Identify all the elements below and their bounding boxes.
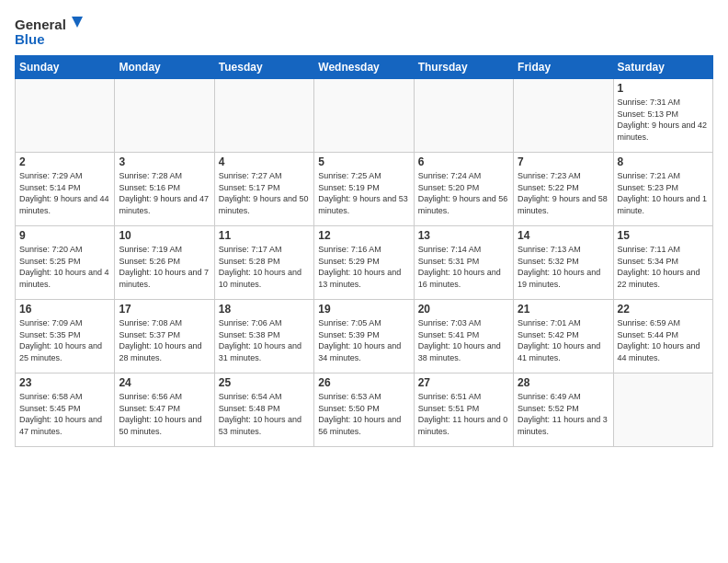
day-info: Sunrise: 7:13 AM Sunset: 5:32 PM Dayligh… (518, 244, 609, 290)
calendar-cell: 7Sunrise: 7:23 AM Sunset: 5:22 PM Daylig… (514, 153, 613, 226)
svg-text:General: General (15, 17, 66, 32)
calendar-cell: 5Sunrise: 7:25 AM Sunset: 5:19 PM Daylig… (314, 153, 414, 226)
day-number: 25 (219, 376, 310, 389)
calendar-cell: 15Sunrise: 7:11 AM Sunset: 5:34 PM Dayli… (613, 226, 712, 300)
day-info: Sunrise: 7:09 AM Sunset: 5:35 PM Dayligh… (19, 317, 110, 363)
day-number: 12 (318, 229, 409, 242)
weekday-header-row: SundayMondayTuesdayWednesdayThursdayFrid… (16, 56, 713, 79)
day-number: 7 (518, 155, 609, 168)
day-info: Sunrise: 7:28 AM Sunset: 5:16 PM Dayligh… (119, 170, 210, 216)
week-row-5: 23Sunrise: 6:58 AM Sunset: 5:45 PM Dayli… (16, 373, 713, 447)
calendar-cell: 6Sunrise: 7:24 AM Sunset: 5:20 PM Daylig… (414, 153, 513, 226)
header: GeneralBlue (15, 15, 713, 48)
calendar-cell: 22Sunrise: 6:59 AM Sunset: 5:44 PM Dayli… (613, 300, 712, 373)
day-info: Sunrise: 7:11 AM Sunset: 5:34 PM Dayligh… (618, 244, 709, 290)
calendar-cell: 12Sunrise: 7:16 AM Sunset: 5:29 PM Dayli… (314, 226, 414, 300)
calendar-cell: 18Sunrise: 7:06 AM Sunset: 5:38 PM Dayli… (214, 300, 313, 373)
calendar-cell (214, 79, 313, 153)
day-info: Sunrise: 7:17 AM Sunset: 5:28 PM Dayligh… (219, 244, 310, 290)
day-number: 1 (618, 82, 709, 95)
day-info: Sunrise: 6:58 AM Sunset: 5:45 PM Dayligh… (19, 391, 110, 437)
day-info: Sunrise: 7:16 AM Sunset: 5:29 PM Dayligh… (318, 244, 409, 290)
calendar-cell: 23Sunrise: 6:58 AM Sunset: 5:45 PM Dayli… (16, 373, 115, 447)
calendar-table: SundayMondayTuesdayWednesdayThursdayFrid… (15, 55, 713, 447)
week-row-2: 2Sunrise: 7:29 AM Sunset: 5:14 PM Daylig… (16, 153, 713, 226)
calendar-cell (514, 79, 613, 153)
day-info: Sunrise: 7:29 AM Sunset: 5:14 PM Dayligh… (19, 170, 110, 216)
calendar-cell: 13Sunrise: 7:14 AM Sunset: 5:31 PM Dayli… (414, 226, 513, 300)
weekday-header-thursday: Thursday (414, 56, 513, 79)
day-info: Sunrise: 6:49 AM Sunset: 5:52 PM Dayligh… (518, 391, 609, 437)
day-number: 19 (318, 303, 409, 316)
day-info: Sunrise: 6:59 AM Sunset: 5:44 PM Dayligh… (618, 317, 709, 363)
day-info: Sunrise: 7:27 AM Sunset: 5:17 PM Dayligh… (219, 170, 310, 216)
calendar-cell: 20Sunrise: 7:03 AM Sunset: 5:41 PM Dayli… (414, 300, 513, 373)
calendar-cell: 2Sunrise: 7:29 AM Sunset: 5:14 PM Daylig… (16, 153, 115, 226)
day-number: 22 (618, 303, 709, 316)
calendar-cell: 3Sunrise: 7:28 AM Sunset: 5:16 PM Daylig… (115, 153, 214, 226)
day-info: Sunrise: 7:23 AM Sunset: 5:22 PM Dayligh… (518, 170, 609, 216)
day-number: 24 (119, 376, 210, 389)
calendar-cell: 16Sunrise: 7:09 AM Sunset: 5:35 PM Dayli… (16, 300, 115, 373)
calendar-cell: 11Sunrise: 7:17 AM Sunset: 5:28 PM Dayli… (214, 226, 313, 300)
day-number: 17 (119, 303, 210, 316)
calendar-cell: 27Sunrise: 6:51 AM Sunset: 5:51 PM Dayli… (414, 373, 513, 447)
day-number: 6 (418, 155, 509, 168)
day-number: 15 (618, 229, 709, 242)
calendar-cell: 10Sunrise: 7:19 AM Sunset: 5:26 PM Dayli… (115, 226, 214, 300)
weekday-header-tuesday: Tuesday (214, 56, 313, 79)
day-info: Sunrise: 7:03 AM Sunset: 5:41 PM Dayligh… (418, 317, 509, 363)
day-number: 13 (418, 229, 509, 242)
calendar-cell: 21Sunrise: 7:01 AM Sunset: 5:42 PM Dayli… (514, 300, 613, 373)
day-info: Sunrise: 7:08 AM Sunset: 5:37 PM Dayligh… (119, 317, 210, 363)
calendar-cell: 26Sunrise: 6:53 AM Sunset: 5:50 PM Dayli… (314, 373, 414, 447)
day-info: Sunrise: 7:01 AM Sunset: 5:42 PM Dayligh… (518, 317, 609, 363)
calendar-cell: 17Sunrise: 7:08 AM Sunset: 5:37 PM Dayli… (115, 300, 214, 373)
day-info: Sunrise: 7:06 AM Sunset: 5:38 PM Dayligh… (219, 317, 310, 363)
day-number: 21 (518, 303, 609, 316)
day-info: Sunrise: 6:53 AM Sunset: 5:50 PM Dayligh… (318, 391, 409, 437)
day-number: 14 (518, 229, 609, 242)
day-info: Sunrise: 7:20 AM Sunset: 5:25 PM Dayligh… (19, 244, 110, 290)
day-number: 11 (219, 229, 310, 242)
calendar-cell (115, 79, 214, 153)
calendar-cell: 19Sunrise: 7:05 AM Sunset: 5:39 PM Dayli… (314, 300, 414, 373)
generalblue-logo-icon: GeneralBlue (15, 15, 88, 48)
svg-text:Blue: Blue (15, 31, 45, 47)
day-info: Sunrise: 6:56 AM Sunset: 5:47 PM Dayligh… (119, 391, 210, 437)
day-number: 18 (219, 303, 310, 316)
day-info: Sunrise: 7:25 AM Sunset: 5:19 PM Dayligh… (318, 170, 409, 216)
calendar-cell: 4Sunrise: 7:27 AM Sunset: 5:17 PM Daylig… (214, 153, 313, 226)
svg-marker-2 (72, 17, 83, 28)
day-number: 27 (418, 376, 509, 389)
day-number: 23 (19, 376, 110, 389)
weekday-header-wednesday: Wednesday (314, 56, 414, 79)
calendar-cell: 28Sunrise: 6:49 AM Sunset: 5:52 PM Dayli… (514, 373, 613, 447)
day-info: Sunrise: 7:24 AM Sunset: 5:20 PM Dayligh… (418, 170, 509, 216)
day-info: Sunrise: 6:51 AM Sunset: 5:51 PM Dayligh… (418, 391, 509, 437)
calendar-cell (613, 373, 712, 447)
day-number: 2 (19, 155, 110, 168)
day-info: Sunrise: 7:19 AM Sunset: 5:26 PM Dayligh… (119, 244, 210, 290)
day-number: 26 (318, 376, 409, 389)
calendar-cell: 8Sunrise: 7:21 AM Sunset: 5:23 PM Daylig… (613, 153, 712, 226)
day-info: Sunrise: 6:54 AM Sunset: 5:48 PM Dayligh… (219, 391, 310, 437)
logo: GeneralBlue (15, 15, 88, 48)
calendar-cell: 14Sunrise: 7:13 AM Sunset: 5:32 PM Dayli… (514, 226, 613, 300)
day-number: 8 (618, 155, 709, 168)
weekday-header-friday: Friday (514, 56, 613, 79)
day-info: Sunrise: 7:21 AM Sunset: 5:23 PM Dayligh… (618, 170, 709, 216)
week-row-1: 1Sunrise: 7:31 AM Sunset: 5:13 PM Daylig… (16, 79, 713, 153)
calendar-cell: 9Sunrise: 7:20 AM Sunset: 5:25 PM Daylig… (16, 226, 115, 300)
day-info: Sunrise: 7:05 AM Sunset: 5:39 PM Dayligh… (318, 317, 409, 363)
day-number: 3 (119, 155, 210, 168)
day-number: 16 (19, 303, 110, 316)
calendar-cell: 1Sunrise: 7:31 AM Sunset: 5:13 PM Daylig… (613, 79, 712, 153)
calendar-cell (414, 79, 513, 153)
day-number: 9 (19, 229, 110, 242)
calendar-cell: 24Sunrise: 6:56 AM Sunset: 5:47 PM Dayli… (115, 373, 214, 447)
day-number: 28 (518, 376, 609, 389)
day-number: 4 (219, 155, 310, 168)
calendar-cell (16, 79, 115, 153)
week-row-4: 16Sunrise: 7:09 AM Sunset: 5:35 PM Dayli… (16, 300, 713, 373)
